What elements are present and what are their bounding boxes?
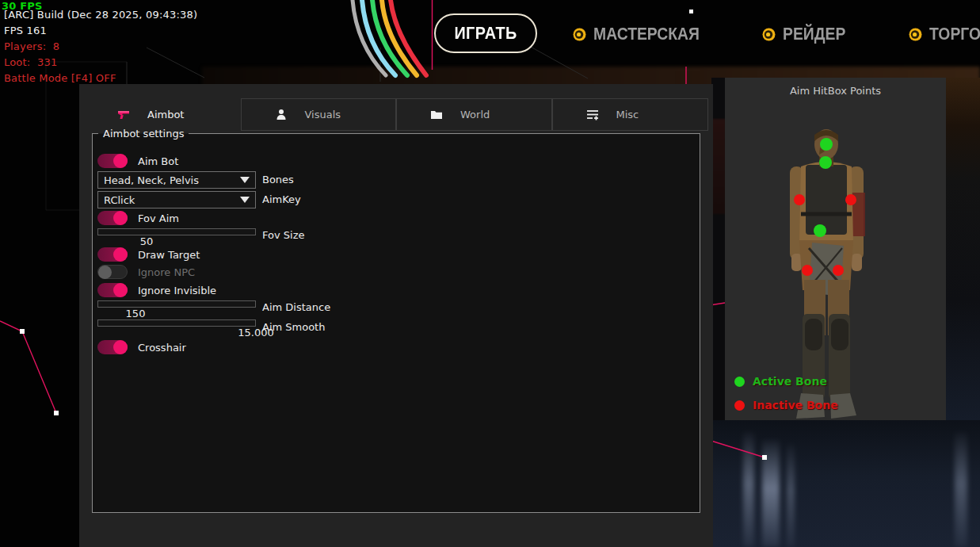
tab-label: World: [460, 109, 490, 120]
aimkey-label: AimKey: [262, 193, 301, 205]
ignore-npc-label: Ignore NPC: [138, 266, 195, 278]
inactive-bone-point[interactable]: [794, 194, 805, 205]
crosshair-row: Crosshair: [97, 340, 186, 354]
aim-bot-label: Aim Bot: [138, 155, 178, 167]
aimkey-dropdown[interactable]: RClick: [97, 191, 256, 208]
coin-icon: [573, 28, 586, 41]
aim-distance-slider[interactable]: [97, 300, 256, 308]
hitbox-preview-panel: Aim HitBox Points: [725, 78, 946, 420]
screen: 30 FPS [ARC] Build (Dec 28 2025, 09:43:3…: [0, 0, 980, 547]
aim-bot-toggle[interactable]: [97, 154, 128, 168]
menu-item-label: МАСТЕРСКАЯ: [593, 24, 700, 44]
fov-aim-toggle[interactable]: [97, 211, 128, 225]
inactive-bone-point[interactable]: [845, 194, 856, 205]
coin-icon: [762, 28, 776, 41]
toggle-knob: [113, 154, 128, 168]
group-title: Aimbot settings: [98, 127, 189, 140]
aimbot-settings-group: Aimbot settings Aim Bot Head, Neck, Pelv…: [92, 133, 700, 513]
draw-target-toggle[interactable]: [97, 247, 128, 262]
toggle-knob: [113, 211, 128, 225]
coin-icon: [909, 28, 922, 41]
ignore-invisible-toggle[interactable]: [97, 283, 128, 297]
active-bone-point[interactable]: [819, 156, 832, 169]
ignore-npc-toggle[interactable]: [97, 265, 128, 279]
toggle-knob: [113, 283, 128, 297]
play-button-label: ИГРАТЬ: [454, 23, 517, 44]
menu-item-label: РЕЙДЕР: [783, 24, 845, 44]
tab-label: Visuals: [305, 109, 341, 120]
tab-label: Aimbot: [147, 109, 184, 120]
bones-dropdown-value: Head, Neck, Pelvis: [98, 174, 240, 186]
fov-size-label: Fov Size: [262, 229, 304, 241]
aim-distance-label: Aim Distance: [262, 301, 330, 313]
fov-aim-row: Fov Aim: [97, 211, 179, 225]
battle-mode-status: Battle Mode [F4] OFF: [4, 72, 116, 84]
slider-fill: [98, 301, 136, 307]
menu-item-trade[interactable]: ТОРГО: [909, 22, 980, 46]
tab-world[interactable]: World: [396, 98, 552, 131]
toggle-knob: [98, 266, 112, 279]
legend-label: Inactive Bone: [753, 399, 838, 411]
inactive-bone-point[interactable]: [802, 265, 813, 276]
loot-counter: Loot: 331: [4, 56, 57, 68]
legend-label: Active Bone: [753, 375, 827, 388]
fps-counter: FPS 161: [4, 25, 47, 36]
active-bone-dot-icon: [734, 377, 745, 387]
slider-fill: [98, 320, 255, 326]
menu-item-label: ТОРГО: [929, 24, 980, 44]
hitbox-dots: [725, 78, 946, 420]
legend-active-bone: Active Bone: [734, 375, 827, 388]
tab-visuals[interactable]: Visuals: [241, 98, 397, 131]
draw-target-row: Draw Target: [97, 247, 200, 262]
crosshair-label: Crosshair: [138, 342, 186, 354]
draw-target-label: Draw Target: [138, 249, 200, 261]
aim-smooth-label: Aim Smooth: [262, 321, 325, 333]
person-icon: [275, 109, 288, 121]
build-info: [ARC] Build (Dec 28 2025, 09:43:38): [4, 9, 197, 21]
bones-dropdown[interactable]: Head, Neck, Pelvis: [97, 171, 256, 189]
bones-label: Bones: [262, 174, 294, 186]
pistol-icon: [117, 109, 130, 121]
chevron-down-icon: [240, 197, 250, 203]
tab-aimbot[interactable]: Aimbot: [79, 98, 240, 131]
crosshair-toggle[interactable]: [97, 340, 128, 354]
fov-size-slider[interactable]: [97, 228, 256, 235]
aim-smooth-slider[interactable]: [97, 319, 256, 327]
aim-bot-row: Aim Bot: [97, 154, 178, 168]
inactive-bone-dot-icon: [734, 400, 745, 411]
active-bone-point[interactable]: [814, 224, 826, 237]
menu-item-workshop[interactable]: МАСТЕРСКАЯ: [573, 22, 714, 46]
toggle-knob: [113, 340, 128, 354]
fov-aim-label: Fov Aim: [138, 212, 179, 224]
ignore-invisible-label: Ignore Invisible: [138, 285, 216, 296]
fov-size-value: 50: [140, 235, 154, 247]
tab-label: Misc: [616, 109, 639, 120]
ignore-npc-row: Ignore NPC: [97, 265, 195, 279]
aim-distance-value: 150: [126, 308, 146, 319]
inactive-bone-point[interactable]: [833, 265, 844, 276]
aimkey-dropdown-value: RClick: [98, 194, 240, 206]
toggle-knob: [113, 247, 128, 262]
sliders-icon: [586, 109, 599, 121]
tab-misc[interactable]: Misc: [552, 98, 708, 131]
cheat-menu-panel: Aimbot Visuals World: [79, 84, 713, 547]
play-button[interactable]: ИГРАТЬ: [434, 13, 537, 53]
ignore-invisible-row: Ignore Invisible: [97, 283, 216, 297]
chevron-down-icon: [240, 177, 250, 183]
folder-icon: [430, 109, 443, 121]
players-counter: Players: 8: [4, 40, 59, 52]
active-bone-point[interactable]: [820, 138, 833, 151]
slider-fill: [98, 229, 147, 235]
menu-item-raider[interactable]: РЕЙДЕР: [762, 22, 854, 46]
legend-inactive-bone: Inactive Bone: [734, 399, 838, 411]
